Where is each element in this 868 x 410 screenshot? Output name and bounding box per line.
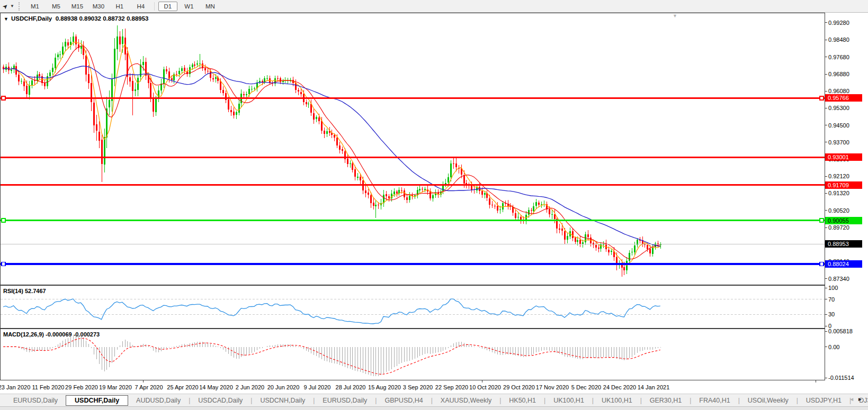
chart-ohlc-quotes: 0.88938 0.89032 0.88732 0.88953	[56, 15, 149, 22]
price-axis-tick: 0.99280	[828, 20, 849, 26]
chart-tab-usoil-weekly[interactable]: USOil,Weekly	[740, 395, 797, 406]
date-axis-label: 29 Feb 2020	[65, 384, 98, 390]
chart-collapse-icon[interactable]: ▼	[4, 16, 8, 22]
rsi-axis-tick: 70	[828, 296, 835, 303]
date-axis-label: 11 Feb 2020	[32, 384, 65, 390]
price-line-label: 0.90055	[825, 217, 862, 224]
quick-trade-collapse-icon[interactable]: ▼	[673, 13, 677, 19]
price-line-label: 0.91709	[825, 181, 862, 189]
chart-tab-ger30-h1[interactable]: GER30,H1	[642, 395, 690, 406]
chart-tab-eurusd-daily[interactable]: EURUSD,Daily	[315, 395, 375, 406]
date-axis-label: 2 Jun 2020	[236, 384, 264, 390]
date-axis-label: 10 Oct 2020	[469, 384, 501, 390]
date-axis-label: 24 Dec 2020	[603, 384, 636, 390]
date-axis-label: 3 Sep 2020	[403, 384, 433, 390]
macd-axis-tick: -0.011514	[828, 375, 854, 381]
price-axis-tick: 0.91320	[828, 190, 849, 196]
chart-title: ▼USDCHF,Daily 0.88938 0.89032 0.88732 0.…	[4, 15, 149, 22]
chart-tab-bar: EURUSD,DailyUSDCHF,DailyAUDUSD,Daily|USD…	[0, 394, 868, 406]
mt4-window: ➤ ▼ M1M5M15M30H1H4D1W1MN ▼USDCHF,Daily 0…	[0, 0, 868, 410]
hline-handle[interactable]	[820, 96, 824, 100]
date-axis-label: 7 Apr 2020	[135, 384, 163, 390]
hline-handle[interactable]	[2, 96, 5, 100]
price-line-label: 0.93001	[825, 153, 862, 161]
rsi-indicator-label: RSI(14) 52.7467	[3, 288, 46, 294]
current-price-label: 0.88953	[825, 240, 862, 248]
price-axis-tick: 0.98480	[828, 37, 849, 43]
date-axis-label: 14 Jan 2021	[638, 384, 670, 390]
chart-tab-usdcad-daily[interactable]: USDCAD,Daily	[190, 395, 250, 406]
chart-tab-hk50-h1[interactable]: HK50,H1	[501, 395, 544, 406]
price-axis-tick: 0.89720	[828, 224, 849, 231]
chart-tab-gbpusd-h4[interactable]: GBPUSD,H4	[377, 395, 431, 406]
price-axis-tick: 0.92120	[828, 173, 849, 179]
hline-handle[interactable]	[2, 262, 5, 266]
date-axis-label: 9 Jul 2020	[304, 384, 331, 390]
chart-tab-uk100-h1[interactable]: UK100,H1	[545, 395, 592, 406]
price-line-label: 0.95766	[825, 94, 862, 102]
chart-tab-usdjpy-h1[interactable]: USDJPY,H1	[798, 395, 849, 406]
chart-tab-usdchf-daily[interactable]: USDCHF,Daily	[66, 395, 128, 406]
tab-scroll-left-icon[interactable]: ◄	[849, 396, 857, 402]
chart-tab-xauusd-weekly[interactable]: XAUUSD,Weekly	[433, 395, 499, 406]
date-axis-label: 23 Jan 2020	[0, 384, 30, 390]
date-axis-label: 5 Dec 2020	[571, 384, 601, 390]
chart-tab-uk100-h1[interactable]: UK100,H1	[594, 395, 640, 406]
date-axis-label: 29 Oct 2020	[503, 384, 535, 390]
date-axis-label: 22 Sep 2020	[435, 384, 468, 390]
date-axis-label: 15 Aug 2020	[368, 384, 401, 390]
chart-symbol-label: USDCHF,Daily	[11, 15, 52, 22]
date-axis-label: 20 Jun 2020	[267, 384, 300, 390]
macd-axis-tick: 0.00	[828, 344, 839, 350]
hline-handle[interactable]	[820, 218, 824, 222]
chart-tab-audusd-daily[interactable]: AUDUSD,Daily	[128, 395, 189, 406]
price-axis-tick: 0.95300	[828, 105, 849, 111]
price-axis-tick: 0.94500	[828, 122, 849, 129]
price-axis-tick: 0.90520	[828, 207, 849, 214]
hline-handle[interactable]	[820, 262, 824, 266]
date-axis-label: 25 Apr 2020	[167, 384, 198, 390]
tab-scroll-arrows: ◄►	[849, 396, 866, 402]
date-axis-label: 28 Jul 2020	[336, 384, 366, 390]
macd-axis-tick: 0.005818	[828, 328, 853, 334]
date-axis-label: 19 Mar 2020	[99, 384, 132, 390]
price-axis-tick: 0.96080	[828, 88, 849, 94]
chart-tab-usdcnh-daily[interactable]: USDCNH,Daily	[252, 395, 313, 406]
chart-tab-fra40-h1[interactable]: FRA40,H1	[691, 395, 738, 406]
chart-tabs: EURUSD,DailyUSDCHF,DailyAUDUSD,Daily|USD…	[5, 395, 868, 406]
price-line-label: 0.88024	[825, 260, 862, 268]
date-axis-label: 14 May 2020	[199, 384, 233, 390]
price-axis-tick: 0.87340	[828, 276, 849, 282]
chart-canvas[interactable]	[0, 0, 868, 410]
price-axis-tick: 0.96880	[828, 71, 849, 77]
hline-handle[interactable]	[2, 218, 5, 222]
chart-tab-eurusd-daily[interactable]: EURUSD,Daily	[5, 395, 66, 406]
status-strip	[0, 406, 868, 410]
date-axis-label: 17 Nov 2020	[536, 384, 569, 390]
price-axis-tick: 0.97680	[828, 54, 849, 60]
macd-indicator-label: MACD(12,26,9) -0.000069 -0.000273	[3, 331, 100, 338]
rsi-axis-tick: 100	[828, 285, 838, 291]
tab-scroll-right-icon[interactable]: ►	[857, 396, 866, 402]
rsi-axis-tick: 30	[828, 311, 835, 317]
price-axis-tick: 0.93700	[828, 139, 849, 145]
